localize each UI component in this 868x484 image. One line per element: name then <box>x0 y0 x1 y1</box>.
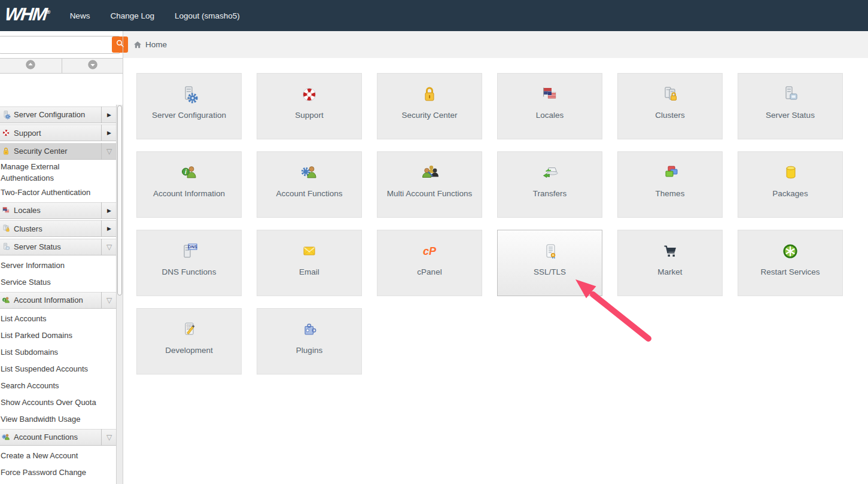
tile-dns-functions[interactable]: DNSDNS Functions <box>136 230 242 296</box>
server-configuration-icon <box>179 85 199 104</box>
tile-account-information[interactable]: iAccount Information <box>136 151 242 218</box>
tile-label: SSL/TLS <box>534 267 566 276</box>
support-icon <box>300 85 319 104</box>
chevron-down-icon[interactable]: ▽ <box>101 143 117 160</box>
tile-label: Themes <box>656 189 685 198</box>
tile-transfers[interactable]: Transfers <box>497 151 602 218</box>
sidebar-item-list-accounts[interactable]: List Accounts <box>0 310 117 327</box>
tiles-grid: Server ConfigurationSupportSecurity Cent… <box>136 73 868 375</box>
tile-server-status[interactable]: Server Status <box>738 73 843 139</box>
sidebar-item-show-accounts-over-quota[interactable]: Show Accounts Over Quota <box>0 394 117 410</box>
packages-icon <box>781 163 800 182</box>
sidebar-header-label: Server Status <box>14 242 61 251</box>
sidebar-item-manage-external-authentications[interactable]: Manage External Authentications <box>0 161 117 184</box>
sidebar-item-service-status[interactable]: Service Status <box>0 273 117 290</box>
tile-development[interactable]: 010110 1Development <box>136 308 242 375</box>
search-icon <box>115 39 125 50</box>
tile-label: Server Status <box>766 111 815 120</box>
chevron-up-circle-icon <box>25 59 36 72</box>
tile-label: Multi Account Functions <box>387 189 473 198</box>
breadcrumb-home-link[interactable]: Home <box>145 40 167 49</box>
sidebar-header-account-information[interactable]: iAccount Information▽ <box>0 292 117 309</box>
tile-market[interactable]: Market <box>617 230 723 296</box>
search-button[interactable] <box>112 36 128 53</box>
sidebar-header-support[interactable]: Support▶ <box>0 124 117 141</box>
transfers-icon <box>540 163 559 182</box>
sidebar-scrollbar-thumb[interactable] <box>117 105 122 296</box>
home-icon <box>133 41 142 49</box>
topnav-link-news[interactable]: News <box>60 11 100 20</box>
dns-functions-icon: DNS <box>179 242 199 261</box>
sidebar-item-list-parked-domains[interactable]: List Parked Domains <box>0 327 117 343</box>
tile-packages[interactable]: Packages <box>738 151 843 218</box>
chevron-right-icon[interactable]: ▶ <box>101 220 117 237</box>
locales-icon <box>1 206 11 215</box>
chevron-down-icon[interactable]: ▽ <box>101 429 117 446</box>
sidebar-item-create-a-new-account[interactable]: Create a New Account <box>0 447 117 464</box>
tile-plugins[interactable]: Plugins <box>257 308 362 375</box>
sidebar-header-server-configuration[interactable]: Server Configuration▶ <box>0 106 117 123</box>
sidebar-item-search-accounts[interactable]: Search Accounts <box>0 377 117 394</box>
email-icon <box>300 242 319 261</box>
sidebar-item-list-subdomains[interactable]: List Subdomains <box>0 343 117 360</box>
chevron-right-icon[interactable]: ▶ <box>101 124 117 141</box>
tile-label: cPanel <box>417 267 441 276</box>
chevron-down-icon[interactable]: ▽ <box>101 239 117 255</box>
tile-restart-services[interactable]: Restart Services <box>738 230 843 296</box>
sidebar-item-force-password-change[interactable]: Force Password Change <box>0 464 117 480</box>
tile-label: Development <box>165 346 213 355</box>
scroll-up-button[interactable] <box>0 59 62 73</box>
sidebar-header-server-status[interactable]: Server Status▽ <box>0 239 117 255</box>
plugins-icon <box>300 320 319 339</box>
tile-server-configuration[interactable]: Server Configuration <box>136 73 242 139</box>
scroll-down-button[interactable] <box>62 59 124 73</box>
sidebar-header-account-functions[interactable]: Account Functions▽ <box>0 429 117 446</box>
sidebar-item-server-information[interactable]: Server Information <box>0 257 117 273</box>
sidebar-header-clusters[interactable]: Clusters▶ <box>0 220 117 237</box>
tile-account-functions[interactable]: Account Functions <box>257 151 362 218</box>
tile-email[interactable]: Email <box>257 230 362 296</box>
tile-label: DNS Functions <box>162 267 217 276</box>
multi-account-functions-icon <box>420 163 439 182</box>
tile-security-center[interactable]: Security Center <box>377 73 482 139</box>
clusters-icon <box>660 85 680 104</box>
sidebar-header-locales[interactable]: Locales▶ <box>0 202 117 219</box>
sidebar-menu: Server Configuration▶Support▶Security Ce… <box>0 105 117 484</box>
tile-support[interactable]: Support <box>257 73 362 139</box>
account-functions-icon <box>1 433 11 442</box>
chevron-down-icon[interactable]: ▽ <box>101 292 117 309</box>
tile-cpanel[interactable]: cPcPanel <box>377 230 482 296</box>
development-icon: 010110 1 <box>179 320 199 339</box>
svg-text:i: i <box>185 169 187 175</box>
sidebar-scrollbar[interactable] <box>116 105 123 484</box>
tile-multi-account-functions[interactable]: Multi Account Functions <box>377 151 482 218</box>
tile-themes[interactable]: Themes <box>617 151 723 218</box>
account-information-icon: i <box>179 163 199 182</box>
content-area: Home Server ConfigurationSupportSecurity… <box>123 31 868 484</box>
tile-label: Security Center <box>401 111 457 120</box>
sidebar-header-security-center[interactable]: Security Center▽ <box>0 143 117 160</box>
sidebar-header-label: Security Center <box>14 147 68 156</box>
sidebar-item-list-suspended-accounts[interactable]: List Suspended Accounts <box>0 360 117 377</box>
whm-logo[interactable]: WHM® <box>0 4 61 27</box>
sidebar-item-two-factor-authentication[interactable]: Two-Factor Authentication <box>0 184 117 200</box>
sidebar-header-label: Server Configuration <box>14 110 85 119</box>
clusters-icon <box>1 224 11 233</box>
search-input[interactable] <box>0 37 112 53</box>
tile-ssl-tls[interactable]: SSL/TLS <box>497 230 602 296</box>
chevron-right-icon[interactable]: ▶ <box>101 106 117 123</box>
server-status-icon <box>781 85 800 104</box>
chevron-right-icon[interactable]: ▶ <box>101 202 117 219</box>
breadcrumb: Home <box>123 31 868 58</box>
restart-services-icon <box>781 242 800 261</box>
sidebar-item-view-bandwidth-usage[interactable]: View Bandwidth Usage <box>0 410 117 427</box>
tile-locales[interactable]: Locales <box>497 73 602 139</box>
tile-label: Plugins <box>296 346 322 355</box>
sidebar-item-limit-bandwidth-usage[interactable]: Limit Bandwidth Usage <box>0 480 117 484</box>
support-icon <box>1 128 11 138</box>
tile-clusters[interactable]: Clusters <box>617 73 723 139</box>
topnav-link-change-log[interactable]: Change Log <box>100 11 165 20</box>
search-box <box>0 36 120 54</box>
logo-registered-mark: ® <box>46 9 51 15</box>
topnav-link-logout-smasho5[interactable]: Logout (smasho5) <box>165 11 250 20</box>
